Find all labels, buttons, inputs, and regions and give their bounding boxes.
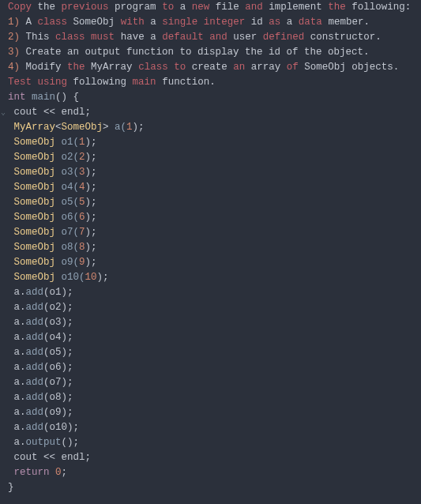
code-editor-content[interactable]: Copy the previous program to a new file … <box>0 0 421 495</box>
code-line-rbrace: } <box>8 482 14 493</box>
code-line-obj-decl: SomeObj o2(2); <box>8 152 97 163</box>
code-line-add-call: a.add(o2); <box>8 302 73 313</box>
code-line-output-call: a.output(); <box>8 437 79 448</box>
comment-line-4: 3) Create an output function to display … <box>8 47 370 58</box>
code-line-obj-decl: SomeObj o8(8); <box>8 242 97 253</box>
code-line-cout1: cout << endl; <box>8 107 91 118</box>
code-line-cout2: cout << endl; <box>8 452 91 463</box>
code-line-obj-decl: SomeObj o10(10); <box>8 272 109 283</box>
code-line-main-sig: int main() { <box>8 92 79 103</box>
code-line-add-call: a.add(o3); <box>8 317 73 328</box>
comment-line-3: 2) This class must have a default and us… <box>8 32 382 43</box>
code-line-add-call: a.add(o9); <box>8 407 73 418</box>
code-line-add-call: a.add(o10); <box>8 422 79 433</box>
code-line-add-call: a.add(o7); <box>8 377 73 388</box>
code-line-add-call: a.add(o4); <box>8 332 73 343</box>
code-line-add-call: a.add(o6); <box>8 362 73 373</box>
gutter: ⌄ <box>0 0 6 504</box>
code-line-obj-decl: SomeObj o6(6); <box>8 212 97 223</box>
fold-marker-icon[interactable]: ⌄ <box>1 105 6 120</box>
code-line-obj-decl: SomeObj o1(1); <box>8 137 97 148</box>
code-line-myarray-decl: MyArray<SomeObj> a(1); <box>8 122 145 133</box>
code-line-return: return 0; <box>8 467 67 478</box>
comment-line-5: 4) Modify the MyArray class to create an… <box>8 62 399 73</box>
code-line-obj-decl: SomeObj o5(5); <box>8 197 97 208</box>
code-line-obj-decl: SomeObj o3(3); <box>8 167 97 178</box>
code-line-obj-decl: SomeObj o7(7); <box>8 227 97 238</box>
comment-line-2: 1) A class SomeObj with a single integer… <box>8 17 370 28</box>
code-line-add-call: a.add(o8); <box>8 392 73 403</box>
comment-line-1: Copy the previous program to a new file … <box>8 2 411 13</box>
code-line-obj-decl: SomeObj o9(9); <box>8 257 97 268</box>
code-line-obj-decl: SomeObj o4(4); <box>8 182 97 193</box>
comment-line-6: Test using following main function. <box>8 77 216 88</box>
code-line-add-call: a.add(o1); <box>8 287 73 298</box>
code-line-add-call: a.add(o5); <box>8 347 73 358</box>
